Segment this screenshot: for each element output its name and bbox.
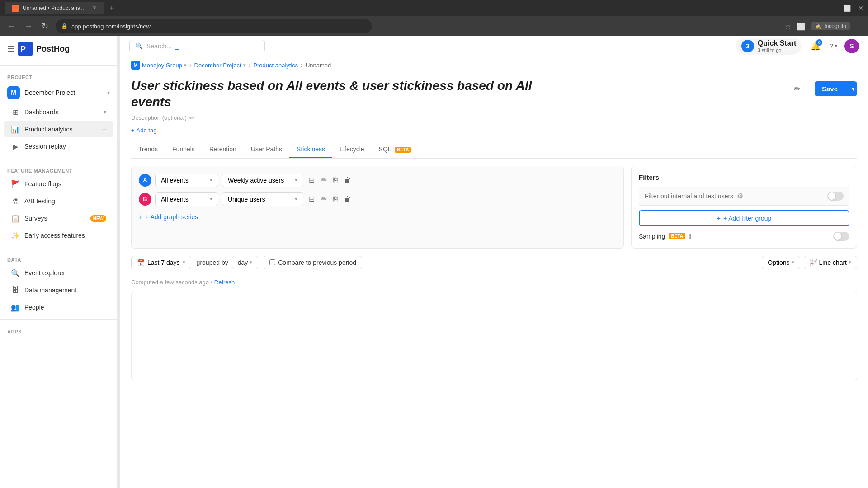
sidebar-menu-button[interactable]: ☰ bbox=[7, 44, 14, 54]
sidebar-item-feature-flags[interactable]: 🚩 Feature flags bbox=[4, 176, 113, 192]
window-close-button[interactable]: ✕ bbox=[858, 5, 863, 12]
group-by-select[interactable]: day ▾ bbox=[232, 256, 259, 269]
filter-gear-icon[interactable]: ⚙ bbox=[737, 192, 743, 200]
series-a-metric-select[interactable]: Weekly active users ▾ bbox=[222, 174, 303, 187]
sidebar-item-early-access[interactable]: ✨ Early access features bbox=[4, 227, 113, 244]
save-button[interactable]: Save bbox=[815, 81, 845, 96]
add-graph-series-button[interactable]: + + Add graph series bbox=[139, 211, 616, 222]
description-edit-icon[interactable]: ✏ bbox=[189, 114, 195, 122]
series-a-metric-chevron-icon: ▾ bbox=[295, 177, 297, 183]
scroll-area: User stickiness based on All events & us… bbox=[120, 74, 868, 488]
tab-funnels[interactable]: Funnels bbox=[165, 141, 202, 158]
series-a-filter-icon[interactable]: ⊟ bbox=[307, 174, 316, 186]
computed-dot: • bbox=[211, 279, 214, 286]
date-picker-button[interactable]: 📅 Last 7 days ▾ bbox=[131, 256, 191, 269]
sidebar-item-people[interactable]: 👥 People bbox=[4, 299, 113, 315]
search-input[interactable]: 🔍 Search... _ bbox=[129, 40, 265, 52]
save-dropdown-button[interactable]: ▾ bbox=[849, 86, 857, 92]
sidebar-item-dashboards[interactable]: ⊞ Dashboards ▾ bbox=[4, 104, 113, 120]
series-b-filter-icon[interactable]: ⊟ bbox=[307, 193, 316, 205]
quick-start-text: Quick Start 3 still to go bbox=[758, 39, 796, 53]
sidebar-item-product-analytics[interactable]: 📊 Product analytics + bbox=[4, 121, 113, 137]
series-b-delete-icon[interactable]: 🗑 bbox=[342, 193, 353, 205]
new-tab-button[interactable]: + bbox=[109, 4, 114, 13]
toggle-knob bbox=[828, 192, 835, 200]
chart-chevron-icon: ▾ bbox=[849, 259, 851, 265]
help-button[interactable]: ? ▾ bbox=[830, 42, 837, 50]
nav-back-button[interactable]: ← bbox=[5, 20, 17, 33]
notifications-button[interactable]: 🔔 0 bbox=[809, 39, 822, 53]
address-bar[interactable]: 🔒 app.posthog.com/insights/new bbox=[56, 19, 372, 33]
sampling-info-icon[interactable]: ℹ bbox=[689, 233, 691, 240]
sampling-toggle[interactable] bbox=[833, 232, 849, 241]
series-row-b: B All events ▾ Unique users ▾ ⊟ ✏ ⎘ bbox=[139, 192, 616, 206]
add-filter-group-button[interactable]: + + Add filter group bbox=[639, 210, 849, 226]
window-minimize-button[interactable]: — bbox=[830, 5, 836, 12]
series-a-copy-icon[interactable]: ⎘ bbox=[331, 174, 340, 186]
quick-start-subtitle: 3 still to go bbox=[758, 47, 796, 53]
series-a-event-select[interactable]: All events ▾ bbox=[155, 174, 218, 187]
series-b-event-select[interactable]: All events ▾ bbox=[155, 192, 218, 206]
tab-stickiness[interactable]: Stickiness bbox=[289, 141, 332, 158]
insight-more-button[interactable]: ··· bbox=[804, 84, 811, 94]
add-analytics-icon[interactable]: + bbox=[102, 125, 106, 133]
search-cursor: _ bbox=[175, 42, 179, 50]
user-avatar[interactable]: S bbox=[844, 39, 859, 53]
sidebar-item-surveys[interactable]: 📋 Surveys NEW bbox=[4, 210, 113, 226]
breadcrumb-sep-1: › bbox=[189, 61, 192, 69]
breadcrumb-sep-2: › bbox=[249, 61, 251, 69]
chart-type-button[interactable]: 📈 Line chart ▾ bbox=[804, 256, 857, 269]
series-a-delete-icon[interactable]: 🗑 bbox=[342, 174, 353, 186]
nav-forward-button[interactable]: → bbox=[23, 20, 34, 33]
filter-internal-toggle[interactable] bbox=[827, 192, 844, 201]
tab-favicon bbox=[12, 5, 19, 12]
tab-retention[interactable]: Retention bbox=[202, 141, 244, 158]
nav-refresh-button[interactable]: ↻ bbox=[40, 19, 50, 33]
section-label-project: PROJECT bbox=[0, 69, 117, 82]
sidebar-item-session-replay[interactable]: ▶ Session replay bbox=[4, 138, 113, 155]
session-replay-icon: ▶ bbox=[11, 142, 20, 151]
series-a-metric-label: Weekly active users bbox=[228, 177, 284, 184]
insight-edit-button[interactable]: ✏ bbox=[794, 84, 801, 94]
breadcrumb-section-name[interactable]: Product analytics bbox=[253, 62, 298, 69]
series-b-metric-chevron-icon: ▾ bbox=[295, 196, 297, 202]
breadcrumb-project-chevron-icon[interactable]: ▾ bbox=[243, 62, 246, 68]
bookmark-icon[interactable]: ☆ bbox=[785, 22, 791, 31]
description-placeholder[interactable]: Description (optional) bbox=[131, 114, 187, 121]
event-explorer-icon: 🔍 bbox=[11, 268, 20, 277]
series-b-copy-icon[interactable]: ⎘ bbox=[331, 193, 340, 205]
breadcrumb-org-name[interactable]: Moodjoy Group bbox=[142, 62, 182, 69]
filters-panel: Filters Filter out internal and test use… bbox=[631, 166, 857, 249]
options-button[interactable]: Options ▾ bbox=[762, 256, 800, 269]
quick-start-button[interactable]: 3 Quick Start 3 still to go bbox=[736, 38, 802, 55]
sidebar-item-ab-testing[interactable]: ⚗ A/B testing bbox=[4, 193, 113, 209]
project-name: December Project bbox=[24, 89, 103, 96]
breadcrumb-project-name[interactable]: December Project bbox=[194, 62, 241, 69]
tab-sql[interactable]: SQL BETA bbox=[372, 141, 419, 158]
dashboards-icon: ⊞ bbox=[11, 108, 20, 117]
extensions-icon[interactable]: ⬜ bbox=[797, 22, 806, 31]
sidebar-project[interactable]: M December Project ▾ bbox=[0, 82, 117, 103]
tab-lifecycle[interactable]: Lifecycle bbox=[332, 141, 371, 158]
breadcrumb-org-chevron-icon[interactable]: ▾ bbox=[184, 62, 187, 68]
window-maximize-button[interactable]: ⬜ bbox=[843, 5, 851, 12]
series-b-edit-icon[interactable]: ✏ bbox=[319, 193, 329, 205]
series-a-edit-icon[interactable]: ✏ bbox=[319, 174, 329, 186]
posthog-logo: P PostHog bbox=[18, 42, 70, 56]
tab-close-button[interactable]: ✕ bbox=[92, 5, 97, 11]
notification-badge: 0 bbox=[816, 39, 822, 46]
tab-user-paths[interactable]: User Paths bbox=[244, 141, 289, 158]
sidebar-item-data-management[interactable]: 🗄 Data management bbox=[4, 282, 113, 298]
compare-checkbox[interactable]: Compare to previous period bbox=[264, 256, 362, 269]
add-tag-button[interactable]: + Add tag bbox=[131, 127, 857, 134]
sidebar-item-event-explorer[interactable]: 🔍 Event explorer bbox=[4, 265, 113, 281]
browser-tab[interactable]: Unnamed • Product analytics • ✕ bbox=[5, 2, 104, 14]
series-b-actions: ⊟ ✏ ⎘ 🗑 bbox=[307, 193, 353, 205]
browser-menu-icon[interactable]: ⋮ bbox=[855, 22, 863, 31]
tab-trends[interactable]: Trends bbox=[131, 141, 165, 158]
refresh-link[interactable]: Refresh bbox=[214, 279, 235, 286]
topbar-right: 3 Quick Start 3 still to go 🔔 0 ? ▾ S bbox=[736, 38, 859, 55]
compare-checkbox-input[interactable] bbox=[269, 259, 275, 265]
series-b-metric-select[interactable]: Unique users ▾ bbox=[222, 192, 303, 206]
sidebar: ☰ P PostHog PROJECT M December Project ▾… bbox=[0, 36, 118, 488]
